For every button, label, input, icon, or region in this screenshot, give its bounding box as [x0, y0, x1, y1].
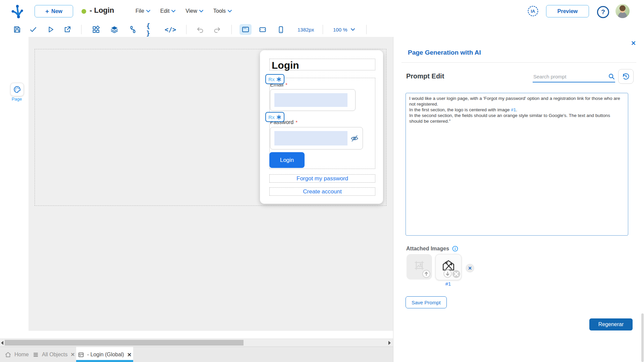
run-icon[interactable] [45, 22, 56, 37]
toolbar-divider [323, 25, 323, 34]
menu-tools[interactable]: Tools [213, 8, 232, 14]
chevron-down-icon [171, 10, 175, 12]
prompt-textarea[interactable]: I would like a user login page, with a '… [406, 93, 628, 236]
app-logo-icon[interactable] [9, 3, 24, 19]
download-image-icon[interactable] [443, 269, 452, 278]
info-icon[interactable] [452, 245, 459, 252]
page-tab-icon [78, 352, 84, 358]
create-account-link[interactable]: Create account [303, 188, 341, 195]
chevron-down-icon [228, 10, 232, 12]
objects-icon [33, 352, 39, 358]
chevron-down-icon [351, 28, 355, 31]
login-button[interactable]: Login [269, 152, 305, 168]
ai-generation-panel: ✕ Page Generation with AI Prompt Edit I … [393, 37, 644, 362]
new-button-label: New [51, 8, 62, 14]
chevron-down-icon [199, 10, 203, 12]
tab-home[interactable]: Home [5, 347, 29, 362]
left-rail: Page [0, 37, 29, 339]
home-icon [5, 351, 11, 358]
canvas-width-value: 1382px [298, 22, 314, 37]
preview-button[interactable]: Preview [546, 5, 589, 17]
delete-image-icon[interactable] [452, 270, 460, 278]
scroll-right-arrow[interactable] [388, 341, 391, 345]
page-style-button[interactable] [10, 83, 24, 96]
add-image-slot[interactable] [407, 254, 432, 280]
menu-edit[interactable]: Edit [160, 8, 176, 14]
panel-divider [401, 62, 636, 63]
search-prompt-field [533, 71, 615, 82]
upload-image-icon[interactable] [422, 269, 431, 278]
email-rx-badge[interactable]: Rx [265, 74, 284, 84]
connections-icon[interactable] [127, 22, 139, 37]
document-title: - Login [90, 6, 114, 15]
validate-icon[interactable] [28, 22, 39, 37]
close-tab-icon[interactable]: ✕ [70, 352, 75, 358]
palette-icon [13, 85, 21, 94]
code-icon[interactable]: </> [165, 22, 176, 37]
attachment-reference-label: #1 [435, 281, 461, 287]
toolbar-divider [231, 25, 232, 34]
history-icon [622, 72, 630, 80]
scrollbar-thumb[interactable] [5, 340, 244, 346]
save-prompt-button[interactable]: Save Prompt [406, 296, 447, 308]
toolbar-divider [366, 25, 367, 34]
login-form-card[interactable]: Login Rx Email* Rx Password* [260, 50, 383, 204]
prompt-history-button[interactable] [618, 69, 634, 84]
attached-images-label: Attached Images [406, 245, 459, 252]
panel-title: Page Generation with AI [408, 49, 481, 56]
toolbar-divider [186, 25, 186, 34]
new-button[interactable]: + New [35, 5, 73, 17]
remove-attachment-button[interactable]: ✕ [466, 264, 474, 273]
help-icon[interactable]: ? [597, 6, 609, 18]
toggle-password-visibility-icon[interactable] [350, 134, 359, 143]
toolbar-divider [81, 25, 82, 34]
horizontal-scrollbar[interactable] [0, 339, 393, 347]
bottom-tab-bar: Home All Objects ✕ - Login (Global) ✕ [0, 347, 393, 362]
heading-container[interactable]: Login [269, 59, 375, 70]
menu-view[interactable]: View [185, 8, 203, 14]
chevron-down-icon [146, 10, 150, 12]
redo-icon[interactable] [211, 22, 223, 37]
save-icon[interactable] [11, 22, 23, 37]
login-heading: Login [270, 59, 375, 72]
ia-badge[interactable]: IA [527, 5, 539, 17]
header-bar: + New - Login File Edit View Tools [0, 0, 644, 22]
menu-bar: File Edit View Tools [136, 0, 232, 22]
forgot-password-container: Forgot my password [269, 174, 375, 183]
panel-scrollbar-thumb[interactable] [641, 313, 644, 362]
close-tab-icon[interactable]: ✕ [127, 352, 131, 358]
email-input[interactable] [270, 89, 356, 111]
forgot-password-link[interactable]: Forgot my password [297, 175, 348, 182]
tablet-view-icon[interactable] [257, 22, 268, 37]
search-icon[interactable] [608, 73, 615, 80]
mobile-view-icon[interactable] [275, 22, 286, 37]
design-canvas[interactable]: Login Rx Email* Rx Password* [29, 37, 393, 331]
app-window: + New - Login File Edit View Tools [0, 0, 644, 362]
avatar[interactable] [615, 4, 630, 18]
desktop-view-icon[interactable] [239, 24, 252, 35]
zoom-select[interactable]: 100 % [333, 22, 355, 37]
password-rx-badge[interactable]: Rx [265, 112, 284, 122]
prompt-edit-heading: Prompt Edit [406, 72, 444, 80]
undo-icon[interactable] [195, 22, 206, 37]
regenerate-button[interactable]: Regenerar [589, 318, 633, 330]
layers-icon[interactable] [109, 22, 120, 37]
fx-asterisk-icon [276, 115, 281, 120]
editor-toolbar: { } </> 1382px 100 % [0, 22, 644, 37]
export-icon[interactable] [62, 22, 73, 37]
search-prompt-input[interactable] [533, 73, 608, 80]
widgets-icon[interactable] [90, 22, 102, 37]
close-panel-icon[interactable]: ✕ [631, 40, 636, 47]
zoom-value: 100 % [333, 27, 347, 33]
password-input[interactable] [270, 127, 363, 149]
active-tab-indicator [76, 360, 133, 362]
tab-all-objects[interactable]: All Objects ✕ [33, 347, 75, 362]
fx-asterisk-icon [276, 77, 281, 82]
menu-file[interactable]: File [136, 8, 150, 14]
prompt-image-reference[interactable]: #1 [511, 107, 516, 112]
braces-icon[interactable]: { } [146, 22, 158, 37]
scroll-left-arrow[interactable] [1, 341, 3, 345]
attached-image-thumbnail[interactable] [435, 254, 462, 280]
plus-icon: + [45, 8, 49, 15]
status-dot [82, 9, 86, 14]
